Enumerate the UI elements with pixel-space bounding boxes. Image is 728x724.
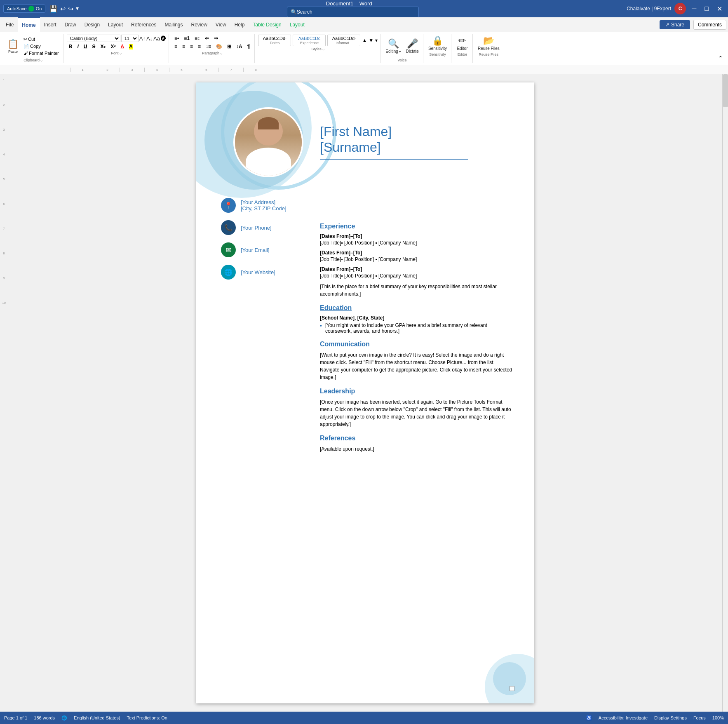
tab-design[interactable]: Design	[80, 17, 104, 32]
increase-indent-button[interactable]: ⇒	[212, 35, 220, 42]
style-dates[interactable]: AaBbCcDd· Dates	[258, 35, 291, 46]
highlight-button[interactable]: A	[127, 43, 135, 50]
tab-insert[interactable]: Insert	[40, 17, 61, 32]
font-family-select[interactable]: Calibri (Body)	[67, 35, 120, 42]
tab-mailings[interactable]: Mailings	[160, 17, 187, 32]
school-name[interactable]: [School Name], [City, State]	[320, 315, 514, 321]
save-icon[interactable]: 💾	[49, 5, 58, 13]
tab-view[interactable]: View	[211, 17, 230, 32]
shading-button[interactable]: 🎨	[214, 43, 224, 50]
paste-button[interactable]: 📋 Paste	[6, 38, 20, 54]
undo-icon[interactable]: ↩	[60, 5, 66, 13]
exp-date-1[interactable]: [Dates From]–[To]	[320, 233, 514, 239]
restore-button[interactable]: □	[702, 5, 711, 12]
exp-position-3[interactable]: [Job Title]▪ [Job Position] ▪ [Company N…	[320, 273, 514, 279]
exp-position-1[interactable]: [Job Title]▪ [Job Position] ▪ [Company N…	[320, 240, 514, 246]
justify-button[interactable]: ≡	[196, 43, 203, 50]
communication-title[interactable]: Communication	[320, 341, 514, 348]
zoom-level[interactable]: 100%	[712, 715, 724, 720]
decrease-indent-button[interactable]: ⇐	[203, 35, 211, 42]
font-controls: Calibri (Body) 11 A↑ A↓ Aa 🅐 B I U S X₂ …	[67, 35, 166, 50]
education-bullet-text[interactable]: [You might want to include your GPA here…	[325, 322, 514, 334]
sort-button[interactable]: ↕A	[234, 43, 244, 50]
references-title[interactable]: References	[320, 435, 514, 442]
strikethrough-button[interactable]: S	[90, 43, 97, 50]
vertical-scrollbar[interactable]	[722, 74, 728, 712]
share-button[interactable]: ↗ Share	[660, 20, 690, 29]
show-formatting-button[interactable]: ¶	[245, 43, 252, 50]
profile-circle[interactable]	[233, 107, 303, 177]
experience-summary[interactable]: [This is the place for a brief summary o…	[320, 283, 514, 298]
ribbon-group-sensitivity: 🔒 Sensitivity Sensitivity	[424, 34, 451, 63]
tab-table-design[interactable]: Table Design	[249, 17, 285, 32]
subscript-button[interactable]: X₂	[98, 43, 108, 50]
person-body	[246, 148, 291, 176]
align-right-button[interactable]: ≡	[188, 43, 195, 50]
italic-button[interactable]: I	[75, 43, 80, 50]
font-grow-icon[interactable]: A↑	[139, 35, 146, 42]
superscript-button[interactable]: X²	[108, 43, 117, 50]
numbering-button[interactable]: ≡1	[182, 35, 192, 42]
tab-review[interactable]: Review	[187, 17, 211, 32]
tab-references[interactable]: References	[127, 17, 160, 32]
font-color-button[interactable]: A	[118, 43, 126, 50]
document-area[interactable]: ⊕ [First Name]	[8, 74, 722, 712]
tab-draw[interactable]: Draw	[61, 17, 80, 32]
first-name[interactable]: [First Name]	[320, 124, 518, 139]
search-box[interactable]: 🔍 Search	[287, 7, 419, 17]
underline-button[interactable]: U	[82, 43, 89, 50]
focus-label[interactable]: Focus	[693, 715, 706, 720]
tab-home[interactable]: Home	[18, 17, 40, 32]
exp-date-2[interactable]: [Dates From]–[To]	[320, 250, 514, 256]
font-size-select[interactable]: 11	[121, 35, 139, 42]
tab-layout[interactable]: Layout	[104, 17, 127, 32]
references-text[interactable]: [Available upon request.]	[320, 445, 514, 453]
font-shrink-icon[interactable]: A↓	[146, 35, 153, 42]
resize-handle[interactable]	[510, 686, 514, 691]
bold-button[interactable]: B	[67, 43, 75, 50]
display-settings[interactable]: Display Settings	[654, 715, 687, 720]
line-spacing-button[interactable]: ↕≡	[204, 43, 213, 50]
dictate-button[interactable]: 🎤 Dictate	[404, 38, 420, 54]
exp-date-3[interactable]: [Dates From]–[To]	[320, 266, 514, 272]
styles-expand[interactable]: ▾	[375, 38, 378, 43]
comments-button[interactable]: Comments	[693, 20, 726, 30]
clear-format-icon[interactable]: 🅐	[161, 35, 166, 42]
surname[interactable]: [Surname]	[320, 139, 518, 155]
more-icon[interactable]: ▾	[76, 5, 79, 13]
leadership-title[interactable]: Leadership	[320, 388, 514, 395]
cut-button[interactable]: ✂Cut	[22, 36, 61, 42]
change-case-icon[interactable]: Aa	[153, 35, 160, 42]
styles-scroll-up[interactable]: ▲	[362, 38, 367, 43]
align-left-button[interactable]: ≡	[172, 43, 179, 50]
scroll-thumb[interactable]	[723, 74, 728, 107]
exp-position-2[interactable]: [Job Title]▪ [Job Position] ▪ [Company N…	[320, 256, 514, 262]
style-experience[interactable]: AaBbCcDc Experience	[293, 35, 326, 46]
autosave-state: On	[36, 6, 42, 11]
leadership-text[interactable]: [Once your image has been inserted, sele…	[320, 398, 514, 428]
collapse-ribbon-button[interactable]: ⌃	[716, 53, 725, 63]
education-title[interactable]: Education	[320, 304, 514, 312]
bullets-button[interactable]: ≡•	[172, 35, 181, 42]
styles-scroll-down[interactable]: ▼	[369, 38, 373, 43]
autosave-toggle[interactable]: AutoSave On	[3, 5, 45, 13]
format-painter-button[interactable]: 🖌Format Painter	[22, 50, 61, 56]
multilevel-list-button[interactable]: ≡↕	[193, 35, 202, 42]
reuse-files-button[interactable]: 📂 Reuse Files	[476, 35, 501, 52]
style-information[interactable]: AaBbCcDd· Informat...	[327, 35, 360, 46]
sensitivity-button[interactable]: 🔒 Sensitivity	[427, 35, 449, 52]
align-center-button[interactable]: ≡	[180, 43, 187, 50]
tab-file[interactable]: File	[2, 17, 18, 32]
copy-button[interactable]: 📄Copy	[22, 43, 61, 49]
minimize-button[interactable]: ─	[689, 5, 699, 12]
communication-text[interactable]: [Want to put your own image in the circl…	[320, 351, 514, 381]
find-button[interactable]: 🔍 Editing ▾	[384, 38, 403, 54]
borders-button[interactable]: ⊞	[225, 43, 233, 50]
tab-help[interactable]: Help	[230, 17, 249, 32]
user-avatar[interactable]: C	[674, 3, 686, 14]
tab-table-layout[interactable]: Layout	[286, 17, 309, 32]
editor-button[interactable]: ✏ Editor	[455, 35, 469, 52]
close-button[interactable]: ✕	[714, 5, 725, 13]
experience-title[interactable]: Experience	[320, 223, 514, 230]
redo-icon[interactable]: ↪	[68, 5, 73, 13]
